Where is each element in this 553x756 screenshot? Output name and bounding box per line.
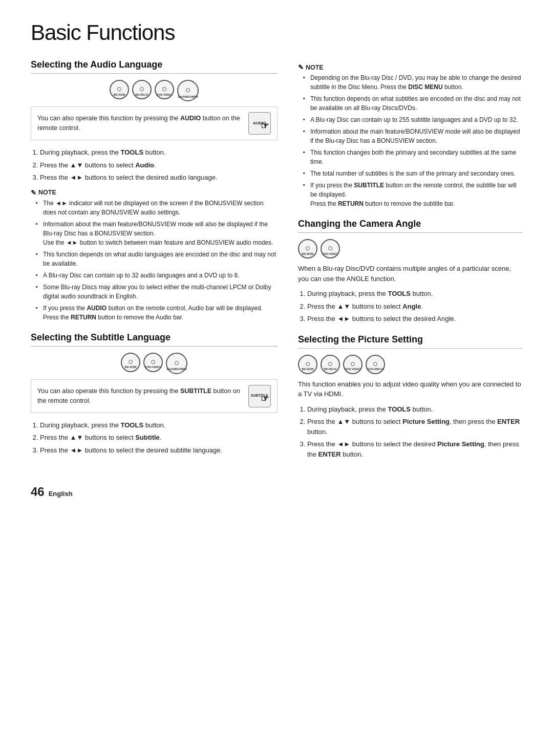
disc-icon-bd-rom-angle: BD-ROM (298, 239, 317, 258)
disc-icon-bd-re: BD-RE/-R (132, 80, 152, 99)
angle-step-3: Press the ◄► buttons to select the desir… (307, 314, 522, 324)
subtitle-steps: During playback, press the TOOLS button.… (31, 420, 278, 456)
audio-step-2: Press the ▲▼ buttons to select Audio. (40, 160, 278, 170)
left-column: Selecting the Audio Language BD-ROM BD-R… (31, 59, 278, 469)
audio-remote-button: AUDIO ☞ (248, 112, 271, 135)
subtitle-step-1: During playback, press the TOOLS button. (40, 420, 278, 430)
disc-icons-subtitle: BD-ROM DVD-VIDEO DivX/MKV/MP4 (31, 353, 278, 374)
section-title-angle: Changing the Camera Angle (298, 219, 522, 233)
section-title-picture: Selecting the Picture Setting (298, 334, 522, 349)
subtitle-step-3: Press the ◄► buttons to select the desir… (40, 445, 278, 456)
disc-icon-divx: DivX/MKV/MP4 (177, 80, 199, 101)
angle-intro: When a Blu-ray Disc/DVD contains multipl… (298, 264, 522, 284)
subtitle-info-text: You can also operate this function by pr… (37, 386, 243, 406)
disc-icon-bd-re-pic: BD-RE/-R (321, 355, 340, 374)
subtitle-info-box: You can also operate this function by pr… (31, 379, 278, 413)
disc-icon-bd-rom-pic: BD-ROM (298, 355, 317, 374)
audio-step-3: Press the ◄► buttons to select the desir… (40, 172, 278, 183)
subtitle-note-7: If you press the SUBTITLE button on the … (303, 181, 522, 208)
footer-language: English (49, 490, 73, 498)
angle-steps: During playback, press the TOOLS button.… (298, 289, 522, 324)
picture-step-2: Press the ▲▼ buttons to select Picture S… (307, 417, 522, 437)
audio-note-header: ✎ NOTE (31, 189, 278, 197)
section-title-subtitle: Selecting the Subtitle Language (31, 332, 278, 347)
picture-step-3: Press the ◄► buttons to select the desir… (307, 439, 522, 459)
subtitle-step-2: Press the ▲▼ buttons to select Subtitle. (40, 433, 278, 443)
audio-note-6: If you press the AUDIO button on the rem… (36, 304, 278, 322)
section-subtitle-language: Selecting the Subtitle Language BD-ROM D… (31, 332, 278, 456)
disc-icon-dvd-video-angle: DVD-VIDEO (321, 239, 340, 258)
subtitle-note-1: Depending on the Blu-ray Disc / DVD, you… (303, 73, 522, 92)
subtitle-note-5: This function changes both the primary a… (303, 148, 522, 166)
audio-note-1: The ◄► indicator will not be displayed o… (36, 199, 278, 217)
disc-icon-divx-sub: DivX/MKV/MP4 (166, 353, 187, 374)
audio-note-5: Some Blu-ray Discs may allow you to sele… (36, 283, 278, 301)
disc-icons-angle: BD-ROM DVD-VIDEO (298, 239, 522, 258)
right-column: ✎ NOTE Depending on the Blu-ray Disc / D… (298, 59, 522, 469)
audio-note-list: The ◄► indicator will not be displayed o… (31, 199, 278, 322)
page-footer: 46 English (31, 485, 522, 499)
section-camera-angle: Changing the Camera Angle BD-ROM DVD-VID… (298, 219, 522, 324)
section-picture-setting: Selecting the Picture Setting BD-ROM BD-… (298, 334, 522, 460)
audio-info-box: You can also operate this function by pr… (31, 106, 278, 140)
angle-step-2: Press the ▲▼ buttons to select Angle. (307, 301, 522, 312)
disc-icon-bd-rom: BD-ROM (110, 80, 129, 99)
disc-icons-picture: BD-ROM BD-RE/-R DVD-VIDEO DVD+RW/+R (298, 355, 522, 374)
subtitle-note-2: This function depends on what subtitles … (303, 94, 522, 113)
angle-step-1: During playback, press the TOOLS button. (307, 289, 522, 299)
subtitle-remote-button: SUBTITLE ☞ (248, 385, 271, 407)
subtitle-note-6: The total number of subtitles is the sum… (303, 169, 522, 178)
audio-info-text: You can also operate this function by pr… (37, 114, 243, 133)
picture-intro: This function enables you to adjust vide… (298, 379, 522, 399)
page-title: Basic Functions (31, 20, 522, 45)
audio-note-4: A Blu-ray Disc can contain up to 32 audi… (36, 271, 278, 280)
disc-icon-dvd-rw-pic: DVD+RW/+R (366, 355, 385, 374)
subtitle-note-list: Depending on the Blu-ray Disc / DVD, you… (298, 73, 522, 208)
disc-icon-dvd-video-pic: DVD-VIDEO (343, 355, 363, 374)
audio-steps: During playback, press the TOOLS button.… (31, 147, 278, 183)
picture-steps: During playback, press the TOOLS button.… (298, 404, 522, 460)
picture-step-1: During playback, press the TOOLS button. (307, 404, 522, 415)
section-title-audio: Selecting the Audio Language (31, 59, 278, 74)
pencil-icon-subtitle: ✎ (298, 63, 304, 71)
audio-note-3: This function depends on what audio lang… (36, 250, 278, 268)
audio-note-section: ✎ NOTE The ◄► indicator will not be disp… (31, 189, 278, 322)
pencil-icon-audio: ✎ (31, 189, 36, 197)
disc-icons-audio: BD-ROM BD-RE/-R DVD-VIDEO DivX/MKV/MP4 (31, 80, 278, 101)
audio-note-2: Information about the main feature/BONUS… (36, 220, 278, 247)
subtitle-note-section: ✎ NOTE Depending on the Blu-ray Disc / D… (298, 63, 522, 208)
subtitle-note-header: ✎ NOTE (298, 63, 522, 71)
disc-icon-dvd-video-sub: DVD-VIDEO (143, 353, 163, 372)
audio-step-1: During playback, press the TOOLS button. (40, 147, 278, 158)
section-audio-language: Selecting the Audio Language BD-ROM BD-R… (31, 59, 278, 322)
disc-icon-bd-rom-sub: BD-ROM (121, 353, 140, 372)
disc-icon-dvd-video: DVD-VIDEO (155, 80, 174, 99)
subtitle-note-3: A Blu-ray Disc can contain up to 255 sub… (303, 115, 522, 124)
subtitle-note-4: Information about the main feature/BONUS… (303, 127, 522, 145)
page-number: 46 (31, 485, 45, 499)
